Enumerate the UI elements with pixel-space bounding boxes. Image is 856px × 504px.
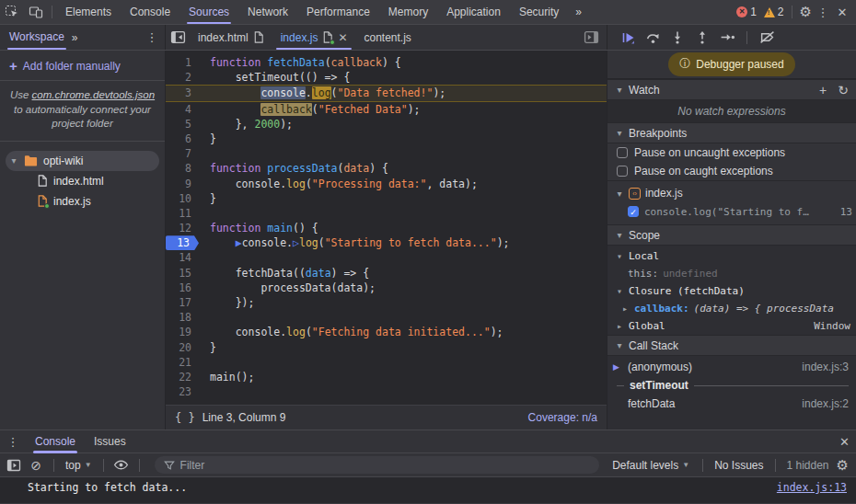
code-text[interactable] xyxy=(199,250,607,265)
line-number[interactable]: 9 xyxy=(166,177,199,191)
section-watch[interactable]: ▾ Watch + ↻ xyxy=(607,79,856,100)
line-number[interactable]: 2 xyxy=(166,70,199,85)
code-text[interactable] xyxy=(199,355,607,370)
code-text[interactable]: console.log("Data fetched!"); xyxy=(199,86,607,100)
tab-workspace[interactable]: Workspace xyxy=(9,25,64,50)
console-output[interactable]: Starting to fetch data... index.js:13 xyxy=(0,477,856,504)
code-text[interactable]: } xyxy=(199,132,607,146)
add-watch-icon[interactable]: + xyxy=(819,83,827,97)
context-selector[interactable]: top ▼ xyxy=(64,459,94,472)
hidden-messages-count[interactable]: 1 hidden xyxy=(787,459,829,472)
step-out-icon[interactable] xyxy=(693,29,711,47)
code-text[interactable]: console.log("Fetching data initiated..."… xyxy=(199,325,607,339)
scope-callback[interactable]: ▸ callback: (data) => { processData xyxy=(607,300,856,317)
close-devtools-icon[interactable]: ✕ xyxy=(834,6,850,19)
more-panels-icon[interactable]: » xyxy=(568,6,589,18)
code-text[interactable] xyxy=(199,310,607,325)
coverage-link[interactable]: Coverage: n/a xyxy=(528,411,597,424)
line-number[interactable]: 11 xyxy=(166,206,199,221)
drawer-menu-icon[interactable]: ⋮ xyxy=(6,435,20,449)
tree-item-index-html[interactable]: index.html xyxy=(0,171,165,191)
devtools-json-link[interactable]: com.chrome.devtools.json xyxy=(32,89,156,100)
refresh-watch-icon[interactable]: ↻ xyxy=(838,83,849,97)
scope-closure[interactable]: ▾ Closure (fetchData) xyxy=(607,282,856,300)
clear-console-icon[interactable]: ⊘ xyxy=(28,457,44,474)
tab-issues[interactable]: Issues xyxy=(85,430,135,453)
code-text[interactable] xyxy=(199,384,607,399)
device-toolbar-icon[interactable] xyxy=(24,0,48,24)
line-number[interactable]: 5 xyxy=(166,117,199,132)
line-number[interactable]: 22 xyxy=(166,370,199,384)
code-text[interactable]: callback("Fetched Data"); xyxy=(199,102,607,117)
breakpoint-entry[interactable]: ✓ console.log("Starting to f… 13 xyxy=(607,202,856,221)
tab-console[interactable]: Console xyxy=(26,430,85,453)
menu-kebab-icon[interactable]: ⋮ xyxy=(816,6,830,19)
code-text[interactable] xyxy=(199,206,607,221)
line-number[interactable]: 16 xyxy=(166,281,199,295)
checkbox-unchecked[interactable] xyxy=(617,147,628,158)
code-text[interactable]: } xyxy=(199,191,607,206)
line-number[interactable]: 10 xyxy=(166,191,199,206)
line-number[interactable]: 17 xyxy=(166,295,199,310)
breakpoint-file-row[interactable]: ▾ ‹› index.js xyxy=(607,184,856,202)
line-number[interactable]: 21 xyxy=(166,355,199,370)
line-number[interactable]: 20 xyxy=(166,340,199,355)
code-text[interactable]: setTimeout(() => { xyxy=(199,70,607,85)
checkbox-unchecked[interactable] xyxy=(617,166,628,177)
scope-this[interactable]: this: undefined xyxy=(607,265,856,282)
code-text[interactable]: console.log("Processing data:", data); xyxy=(199,177,607,191)
line-number[interactable]: 1 xyxy=(166,55,199,70)
code-text[interactable]: function main() { xyxy=(199,221,607,235)
tab-console[interactable]: Console xyxy=(121,0,179,24)
chevron-right-icon[interactable]: ▸ xyxy=(620,304,630,314)
code-text[interactable]: fetchData((data) => { xyxy=(199,266,607,281)
code-text[interactable]: function fetchData(callback) { xyxy=(199,55,607,70)
step-icon[interactable] xyxy=(718,29,736,47)
issues-counter[interactable]: No Issues xyxy=(714,459,763,472)
scope-global[interactable]: ▸ Global Window xyxy=(607,317,856,335)
line-number[interactable]: 12 xyxy=(166,221,199,235)
tree-item-index-js[interactable]: index.js xyxy=(0,191,165,212)
tree-item-opti-wiki[interactable]: ▾ opti-wiki xyxy=(6,151,159,171)
line-number[interactable]: 7 xyxy=(166,146,199,161)
tab-memory[interactable]: Memory xyxy=(379,0,437,24)
tab-elements[interactable]: Elements xyxy=(56,0,121,24)
breakpoint-line-number[interactable]: 13 xyxy=(166,235,199,250)
step-over-icon[interactable] xyxy=(643,29,662,47)
line-number[interactable]: 4 xyxy=(166,102,199,117)
section-breakpoints[interactable]: ▾ Breakpoints xyxy=(607,122,856,143)
tab-performance[interactable]: Performance xyxy=(297,0,379,24)
workspace-menu-icon[interactable]: ⋮ xyxy=(145,30,159,44)
code-text[interactable]: ▶console.▷log("Starting to fetch data...… xyxy=(199,235,607,250)
console-filter-input[interactable]: Filter xyxy=(155,456,600,474)
line-number[interactable]: 8 xyxy=(166,161,199,176)
tab-security[interactable]: Security xyxy=(510,0,568,24)
code-text[interactable]: function processData(data) { xyxy=(199,161,607,176)
console-sidebar-icon[interactable] xyxy=(6,457,22,474)
console-source-link[interactable]: index.js:13 xyxy=(777,481,847,494)
error-count-badge[interactable]: ✕ 1 xyxy=(736,6,757,18)
stack-frame-fetchdata[interactable]: fetchData index.js:2 xyxy=(607,395,856,413)
editor-tab-index-html[interactable]: index.html xyxy=(190,25,272,50)
line-number[interactable]: 23 xyxy=(166,384,199,399)
line-number[interactable]: 15 xyxy=(166,266,199,281)
tab-network[interactable]: Network xyxy=(238,0,297,24)
stack-frame-anonymous[interactable]: ▶ (anonymous) index.js:3 xyxy=(607,358,856,376)
code-area[interactable]: 1function fetchData(callback) {2 setTime… xyxy=(166,51,607,405)
more-sidebar-tabs-icon[interactable]: » xyxy=(64,31,86,44)
line-number[interactable]: 18 xyxy=(166,310,199,325)
pause-uncaught-row[interactable]: Pause on uncaught exceptions xyxy=(607,143,856,162)
step-into-icon[interactable] xyxy=(668,29,687,47)
code-text[interactable]: }, 2000); xyxy=(199,117,607,132)
tab-sources[interactable]: Sources xyxy=(179,0,238,24)
add-folder-button[interactable]: + Add folder manually xyxy=(0,51,165,81)
section-call-stack[interactable]: ▾ Call Stack xyxy=(607,335,856,356)
code-text[interactable]: main(); xyxy=(199,370,607,384)
default-levels-dropdown[interactable]: Default levels ▼ xyxy=(610,459,691,472)
chevron-down-icon[interactable]: ▾ xyxy=(9,155,18,166)
inspect-element-icon[interactable] xyxy=(0,0,24,24)
line-number[interactable]: 14 xyxy=(166,250,199,265)
close-drawer-icon[interactable]: ✕ xyxy=(839,435,856,449)
chevron-right-icon[interactable]: ▸ xyxy=(615,321,624,331)
scope-local[interactable]: ▾ Local xyxy=(607,247,856,265)
